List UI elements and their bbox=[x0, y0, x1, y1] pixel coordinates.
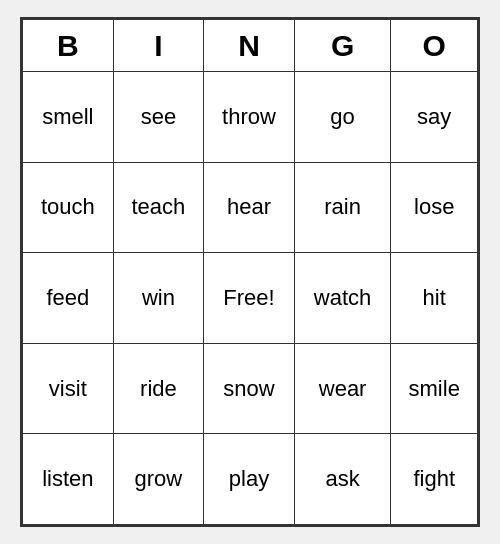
header-b: B bbox=[23, 20, 114, 72]
bingo-card: B I N G O smellseethrowgosaytouchteachhe… bbox=[20, 17, 480, 527]
header-i: I bbox=[113, 20, 204, 72]
table-row: smellseethrowgosay bbox=[23, 72, 478, 163]
cell-r4-c4: fight bbox=[391, 434, 478, 525]
cell-r1-c3: rain bbox=[294, 162, 391, 253]
table-row: feedwinFree!watchhit bbox=[23, 253, 478, 344]
header-g: G bbox=[294, 20, 391, 72]
cell-r0-c4: say bbox=[391, 72, 478, 163]
bingo-table: B I N G O smellseethrowgosaytouchteachhe… bbox=[22, 19, 478, 525]
table-row: listengrowplayaskfight bbox=[23, 434, 478, 525]
header-n: N bbox=[204, 20, 295, 72]
cell-r3-c1: ride bbox=[113, 343, 204, 434]
cell-r1-c1: teach bbox=[113, 162, 204, 253]
table-row: visitridesnowwearsmile bbox=[23, 343, 478, 434]
bingo-body: smellseethrowgosaytouchteachhearrainlose… bbox=[23, 72, 478, 525]
cell-r2-c0: feed bbox=[23, 253, 114, 344]
cell-r2-c1: win bbox=[113, 253, 204, 344]
cell-r1-c0: touch bbox=[23, 162, 114, 253]
cell-r4-c2: play bbox=[204, 434, 295, 525]
cell-r2-c4: hit bbox=[391, 253, 478, 344]
cell-r0-c0: smell bbox=[23, 72, 114, 163]
cell-r2-c2: Free! bbox=[204, 253, 295, 344]
cell-r1-c4: lose bbox=[391, 162, 478, 253]
cell-r3-c4: smile bbox=[391, 343, 478, 434]
cell-r3-c3: wear bbox=[294, 343, 391, 434]
cell-r2-c3: watch bbox=[294, 253, 391, 344]
header-row: B I N G O bbox=[23, 20, 478, 72]
cell-r3-c2: snow bbox=[204, 343, 295, 434]
cell-r1-c2: hear bbox=[204, 162, 295, 253]
cell-r4-c0: listen bbox=[23, 434, 114, 525]
cell-r0-c2: throw bbox=[204, 72, 295, 163]
cell-r4-c1: grow bbox=[113, 434, 204, 525]
cell-r0-c3: go bbox=[294, 72, 391, 163]
cell-r4-c3: ask bbox=[294, 434, 391, 525]
cell-r3-c0: visit bbox=[23, 343, 114, 434]
header-o: O bbox=[391, 20, 478, 72]
cell-r0-c1: see bbox=[113, 72, 204, 163]
table-row: touchteachhearrainlose bbox=[23, 162, 478, 253]
